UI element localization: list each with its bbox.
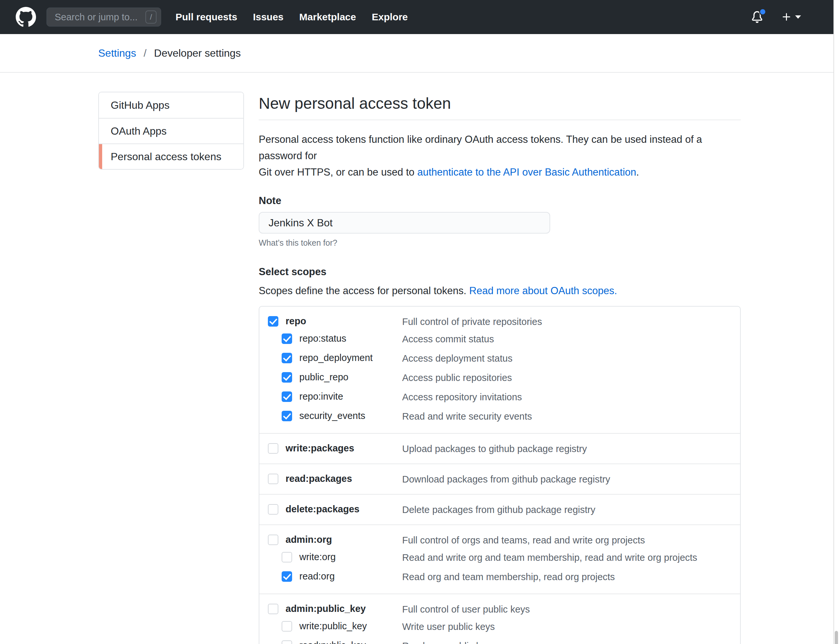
scope-name: repo:invite bbox=[299, 391, 343, 402]
create-new-button[interactable] bbox=[782, 12, 801, 22]
scope-checkbox-delete:packages[interactable] bbox=[268, 504, 278, 514]
scope-checkbox-admin:public_key[interactable] bbox=[268, 604, 278, 614]
scope-description: Write user public keys bbox=[402, 621, 495, 632]
scope-description: Download packages from github package re… bbox=[402, 473, 610, 485]
caret-down-icon bbox=[795, 15, 801, 19]
scope-description: Full control of orgs and teams, read and… bbox=[402, 534, 645, 546]
scope-description: Access commit status bbox=[402, 333, 494, 345]
basic-auth-link[interactable]: authenticate to the API over Basic Authe… bbox=[417, 166, 636, 178]
scope-checkbox-public_repo[interactable] bbox=[282, 372, 292, 383]
oauth-scopes-link[interactable]: Read more about OAuth scopes. bbox=[469, 285, 617, 296]
scope-description: Access deployment status bbox=[402, 352, 512, 364]
header-search: / bbox=[46, 8, 161, 26]
scope-checkbox-write:packages[interactable] bbox=[268, 443, 278, 454]
intro-line2: Git over HTTPS, or can be used to bbox=[259, 166, 417, 178]
breadcrumb-current: Developer settings bbox=[154, 47, 241, 59]
scope-description: Full control of user public keys bbox=[402, 603, 530, 615]
scope-checkbox-repo[interactable] bbox=[268, 316, 278, 327]
nav-marketplace[interactable]: Marketplace bbox=[299, 12, 356, 23]
sidebar-item-personal-access-tokens[interactable]: Personal access tokens bbox=[99, 143, 243, 169]
select-scopes-heading: Select scopes bbox=[259, 266, 741, 278]
scope-checkbox-write:public_key[interactable] bbox=[282, 621, 292, 632]
scope-row: public_repoAccess public repositories bbox=[259, 368, 740, 387]
scope-left: read:public_key bbox=[259, 640, 402, 644]
scopes-description: Scopes define the access for personal to… bbox=[259, 285, 741, 297]
nav-pull-requests[interactable]: Pull requests bbox=[176, 12, 237, 23]
scope-description: Full control of private repositories bbox=[402, 316, 542, 327]
nav-explore[interactable]: Explore bbox=[372, 12, 408, 23]
scope-name: write:packages bbox=[286, 443, 354, 454]
scope-group-admin:public_key: admin:public_keyFull control of user pub… bbox=[259, 593, 740, 644]
scope-checkbox-security_events[interactable] bbox=[282, 411, 292, 421]
scope-group-write:packages: write:packagesUpload packages to github … bbox=[259, 433, 740, 463]
page-scrollbar[interactable] bbox=[833, 0, 839, 644]
scope-checkbox-write:org[interactable] bbox=[282, 552, 292, 562]
scope-name: read:org bbox=[299, 571, 335, 582]
unread-notification-dot bbox=[759, 8, 766, 15]
scope-row: repoFull control of private repositories bbox=[259, 314, 740, 329]
scope-row: read:orgRead org and team membership, re… bbox=[259, 567, 740, 586]
scope-left: write:org bbox=[259, 552, 402, 562]
nav-issues[interactable]: Issues bbox=[253, 12, 283, 23]
scope-checkbox-read:public_key[interactable] bbox=[282, 641, 292, 644]
scope-row: repo:inviteAccess repository invitations bbox=[259, 387, 740, 406]
scope-left: repo:status bbox=[259, 333, 402, 344]
breadcrumb-separator: / bbox=[144, 47, 147, 59]
scope-name: repo:status bbox=[299, 333, 346, 344]
scope-description: Read and write security events bbox=[402, 411, 532, 422]
scope-group-read:packages: read:packagesDownload packages from gith… bbox=[259, 463, 740, 494]
scope-row: repo:statusAccess commit status bbox=[259, 329, 740, 348]
scope-group-admin:org: admin:orgFull control of orgs and teams,… bbox=[259, 524, 740, 593]
scope-description: Read org and team membership, read org p… bbox=[402, 571, 615, 582]
scope-name: delete:packages bbox=[286, 504, 360, 514]
sidebar-item-oauth-apps[interactable]: OAuth Apps bbox=[99, 118, 243, 143]
main-panel: New personal access token Personal acces… bbox=[259, 92, 741, 644]
developer-settings-nav: GitHub Apps OAuth Apps Personal access t… bbox=[98, 92, 244, 170]
scope-name: write:org bbox=[299, 552, 336, 562]
scope-left: admin:public_key bbox=[259, 603, 402, 614]
token-note-input[interactable] bbox=[259, 212, 550, 233]
scope-description: Delete packages from github package regi… bbox=[402, 504, 595, 515]
header-nav: Pull requests Issues Marketplace Explore bbox=[176, 12, 408, 23]
scope-name: public_repo bbox=[299, 372, 348, 383]
intro-period: . bbox=[636, 166, 639, 178]
scope-checkbox-repo:status[interactable] bbox=[282, 334, 292, 344]
scope-left: public_repo bbox=[259, 372, 402, 383]
sidebar: GitHub Apps OAuth Apps Personal access t… bbox=[98, 92, 244, 644]
scope-name: admin:org bbox=[286, 534, 332, 545]
scope-description: Access repository invitations bbox=[402, 391, 522, 402]
scope-left: write:packages bbox=[259, 443, 402, 454]
scope-description: Read and write org and team membership, … bbox=[402, 552, 697, 563]
scope-left: security_events bbox=[259, 411, 402, 421]
scope-checkbox-repo:invite[interactable] bbox=[282, 391, 292, 402]
note-label: Note bbox=[259, 195, 741, 207]
scope-name: repo_deployment bbox=[299, 352, 373, 363]
scope-name: write:public_key bbox=[299, 621, 367, 632]
content-area: GitHub Apps OAuth Apps Personal access t… bbox=[0, 73, 839, 644]
scope-checkbox-admin:org[interactable] bbox=[268, 535, 278, 545]
scope-row: read:packagesDownload packages from gith… bbox=[259, 472, 740, 487]
header-right-controls bbox=[751, 11, 826, 23]
search-input[interactable] bbox=[46, 8, 161, 26]
scope-row: admin:orgFull control of orgs and teams,… bbox=[259, 532, 740, 548]
breadcrumb: Settings / Developer settings bbox=[98, 47, 241, 59]
notifications-button[interactable] bbox=[751, 11, 763, 23]
scope-row: write:orgRead and write org and team mem… bbox=[259, 548, 740, 567]
scope-checkbox-read:packages[interactable] bbox=[268, 474, 278, 484]
sidebar-item-github-apps[interactable]: GitHub Apps bbox=[99, 92, 243, 118]
slash-key-hint: / bbox=[145, 10, 156, 24]
scope-left: read:packages bbox=[259, 473, 402, 484]
breadcrumb-settings-link[interactable]: Settings bbox=[98, 47, 136, 59]
breadcrumb-bar: Settings / Developer settings bbox=[0, 34, 839, 73]
scope-description: Read user public keys bbox=[402, 640, 496, 644]
scope-checkbox-read:org[interactable] bbox=[282, 571, 292, 582]
note-help-text: What’s this token for? bbox=[259, 238, 741, 248]
scope-checkbox-repo_deployment[interactable] bbox=[282, 353, 292, 363]
scope-row: admin:public_keyFull control of user pub… bbox=[259, 601, 740, 617]
scope-left: admin:org bbox=[259, 534, 402, 545]
intro-paragraph: Personal access tokens function like ord… bbox=[259, 131, 741, 181]
github-logo-icon[interactable] bbox=[16, 7, 36, 27]
scopes-box: repoFull control of private repositories… bbox=[259, 306, 741, 644]
scrollbar-thumb[interactable] bbox=[835, 631, 838, 644]
scope-name: read:public_key bbox=[299, 640, 366, 644]
